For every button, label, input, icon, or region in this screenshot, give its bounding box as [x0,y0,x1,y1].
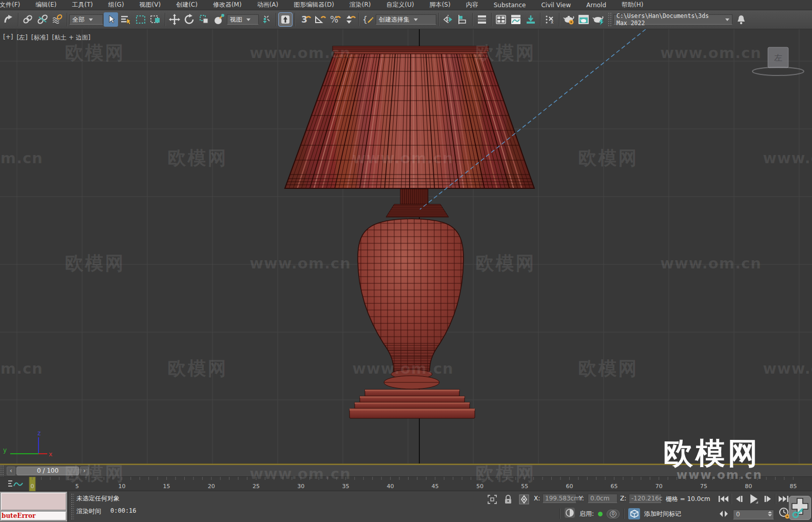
y-coord-field[interactable]: 0.0cm [588,494,617,503]
time-slider-row: ‹ 0 / 100 › [0,465,812,477]
rectangular-selection-region-icon[interactable] [133,12,148,27]
use-pivot-center-icon[interactable] [259,12,274,27]
drag-handle[interactable] [71,493,74,520]
unlink-icon[interactable] [35,12,50,27]
render-production-icon[interactable] [591,12,606,27]
reference-coordinate-dropdown[interactable]: 视图 [227,14,259,25]
menu-item[interactable]: 工具(T) [64,1,101,9]
menu-item[interactable]: 自定义(U) [379,1,422,9]
notification-bell-icon[interactable] [734,12,748,27]
project-folder-dropdown[interactable]: C:\Users\Han\Documents\3ds Max 2022 [613,14,732,25]
selection-status: 未选定任何对象 [76,494,120,503]
menu-item[interactable]: 动画(A) [249,1,286,9]
select-object-button[interactable] [104,12,118,27]
menu-item[interactable]: 修改器(M) [205,1,249,9]
selection-filter-dropdown[interactable]: 全部 [69,14,103,25]
svg-text:60: 60 [566,483,573,490]
menu-item[interactable]: 内容 [458,1,486,9]
select-and-scale-icon[interactable] [197,12,211,27]
goto-end-button[interactable] [776,493,790,505]
maxscript-mini-listener[interactable]: buteError [0,492,68,521]
viewport-menu-standard[interactable]: [标准] [31,33,48,42]
menu-item[interactable]: Civil View [533,2,578,9]
viewport-menu-pov[interactable]: [左] [16,33,27,42]
grid-setting-label: 栅格 = 10.0cm [666,495,710,504]
svg-text:10: 10 [118,483,125,490]
menu-item[interactable]: 编辑(E) [28,1,64,9]
menu-item[interactable]: 图形编辑器(D) [286,1,342,9]
x-coord-field[interactable]: 199.583cm [543,494,576,503]
add-time-tag-label[interactable]: 添加时间标记 [644,510,681,518]
current-frame-spinner[interactable]: 0 [733,510,774,519]
3dsmax-window: 文件(F)编辑(E)工具(T)组(G)视图(V)创建(C)修改器(M)动画(A)… [0,0,812,522]
select-and-rotate-icon[interactable] [182,12,197,27]
menu-item[interactable]: 渲染(R) [342,1,379,9]
select-and-manipulate-button[interactable] [278,12,293,27]
window-crossing-icon[interactable] [148,12,163,27]
edit-named-selection-sets-icon[interactable]: { [361,12,375,27]
spinner-snap-toggle-icon[interactable] [342,12,356,27]
menu-item[interactable]: 脚本(S) [422,1,458,9]
menu-item[interactable]: Substance [486,2,534,9]
named-selection-sets-dropdown[interactable]: 创建选择集 [376,14,436,25]
svg-text:55: 55 [521,483,528,490]
drag-handle[interactable] [0,465,5,476]
listener-macro-pane[interactable] [1,493,66,510]
align-icon[interactable] [456,12,470,27]
maximize-viewport-toggle[interactable] [789,496,811,520]
select-and-move-icon[interactable] [167,12,182,27]
mini-curve-editor-icon[interactable] [8,479,24,491]
menu-item[interactable]: 帮助(H) [614,1,651,9]
play-button[interactable] [746,493,760,505]
snaps-toggle-icon[interactable]: 3 [297,12,312,27]
z-coord-field[interactable]: -120.216c [629,494,662,503]
layer-manager-icon[interactable] [494,12,508,27]
viewport-menu-general[interactable]: [+] [3,33,13,42]
next-frame-button[interactable] [761,493,775,505]
menu-item[interactable]: 组(G) [101,1,132,9]
next-frame-button[interactable]: › [80,467,89,475]
menu-item[interactable]: 视图(V) [132,1,169,9]
viewport-menu-shading[interactable]: [粘土 + 边面] [52,33,90,42]
selection-lock-icon[interactable] [503,494,513,507]
menu-item[interactable]: Arnold [578,2,614,9]
select-by-name-icon[interactable] [119,12,133,27]
mirror-icon[interactable] [441,12,455,27]
svg-text:65: 65 [611,483,618,490]
viewport-left[interactable]: 左 z y x [+] [左] [标准] [粘土 + 边面] [0,29,812,463]
select-link-icon[interactable] [21,12,35,27]
rendered-frame-window-icon[interactable] [576,12,591,27]
scene-explorer-icon[interactable] [475,12,489,27]
svg-text:z: z [37,430,41,437]
render-presets-icon[interactable] [524,12,538,27]
previous-frame-button[interactable] [732,493,746,505]
viewport-label[interactable]: [+] [左] [标准] [粘土 + 边面] [3,33,90,42]
listener-error-text[interactable]: buteError [1,512,66,520]
goto-start-button[interactable] [717,493,730,505]
percent-snap-toggle-icon[interactable]: % [327,12,341,27]
time-tag-cube-button[interactable] [628,508,640,519]
time-slider[interactable]: 0 / 100 [16,467,79,475]
z-coord-label: Z: [620,495,626,502]
enable-indicator [598,512,603,516]
angle-snap-toggle-icon[interactable] [312,12,326,27]
svg-text:25: 25 [253,483,260,490]
isolate-selection-toggle[interactable] [487,494,498,507]
track-bar[interactable]: 0510152025303540455055606570758085 [0,477,812,491]
key-mode-toggle-icon[interactable] [719,510,729,519]
menu-item[interactable]: 创建(C) [168,1,205,9]
render-setup-icon[interactable] [562,12,576,27]
sound-track-badge[interactable]: 0 [607,510,620,518]
bind-to-space-warp-icon[interactable] [50,12,65,27]
svg-text:85: 85 [789,483,797,490]
isolate-selection-icon[interactable]: x [543,12,557,27]
wireframe-lamp-model[interactable]: 左 z y x [0,29,812,463]
prev-frame-button[interactable]: ‹ [7,467,15,475]
redo-icon[interactable] [2,12,16,27]
select-and-place-icon[interactable] [212,12,226,27]
menu-item[interactable]: 文件(F) [0,1,28,9]
absolute-mode-toggle[interactable] [518,494,530,507]
chevron-down-icon [246,18,250,21]
curve-editor-icon[interactable] [509,12,523,27]
sound-toggle-icon[interactable] [564,507,575,520]
